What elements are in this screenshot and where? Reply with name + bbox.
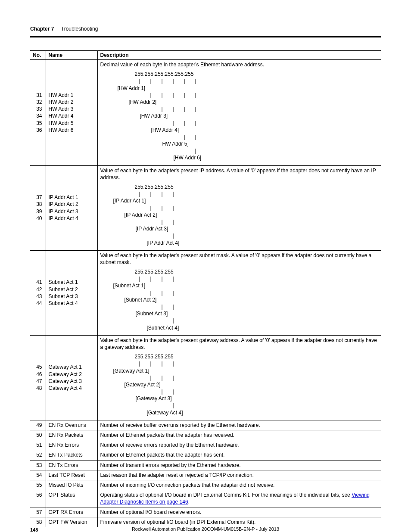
- parameter-table: No. Name Description 313233343536HW Addr…: [30, 50, 381, 527]
- cell-name: IP Addr Act 1IP Addr Act 2IP Addr Act 3I…: [46, 165, 97, 250]
- table-row: 55Missed IO PktsNumber of incoming I/O c…: [30, 480, 381, 490]
- cell-desc: Number of receive buffer overruns report…: [97, 420, 381, 430]
- cell-desc: Value of each byte in the adapter's pres…: [97, 165, 381, 250]
- publication-text: Rockwell Automation Publication 20COMM-U…: [30, 526, 381, 532]
- cell-no: 37383940: [30, 165, 46, 250]
- cell-name: EN Rx Errors: [46, 440, 97, 450]
- cell-no: 56: [30, 490, 46, 507]
- table-row: 41424344Subnet Act 1Subnet Act 2Subnet A…: [30, 250, 381, 335]
- cell-desc: Value of each byte in the adapter's pres…: [97, 335, 381, 420]
- table-row: 50EN Rx PacketsNumber of Ethernet packet…: [30, 430, 381, 440]
- chapter-label: Chapter 7: [30, 26, 54, 32]
- header-rule: [30, 36, 381, 37]
- table-row: 37383940IP Addr Act 1IP Addr Act 2IP Add…: [30, 165, 381, 250]
- cell-name: Gateway Act 1Gateway Act 2Gateway Act 3G…: [46, 335, 97, 420]
- cell-no: 53: [30, 460, 46, 470]
- cell-no: 45464748: [30, 335, 46, 420]
- cell-desc: Decimal value of each byte in the adapte…: [97, 60, 381, 166]
- cell-no: 54: [30, 470, 46, 480]
- desc-text-post: .: [188, 499, 190, 505]
- table-row: 58OPT FW VersionFirmware version of opti…: [30, 517, 381, 527]
- chapter-header: Chapter 7 Troubleshooting: [30, 26, 381, 32]
- table-row: 57OPT RX ErrorsNumber of optional I/O bo…: [30, 507, 381, 517]
- cell-no: 52: [30, 450, 46, 460]
- cell-no: 57: [30, 507, 46, 517]
- cell-no: 58: [30, 517, 46, 527]
- cell-desc: Number of incoming I/O connection packet…: [97, 480, 381, 490]
- table-row: 54Last TCP ResetLast reason that the ada…: [30, 470, 381, 480]
- table-row: 313233343536HW Addr 1HW Addr 2HW Addr 3H…: [30, 60, 381, 166]
- cell-no: 50: [30, 430, 46, 440]
- cell-desc: Operating status of optional I/O board i…: [97, 490, 381, 507]
- cell-desc: Value of each byte in the adapter's pres…: [97, 250, 381, 335]
- cell-no: 49: [30, 420, 46, 430]
- cell-name: OPT Status: [46, 490, 97, 507]
- table-row: 56OPT StatusOperating status of optional…: [30, 490, 381, 507]
- cell-no: 55: [30, 480, 46, 490]
- table-row: 53EN Tx ErrorsNumber of transmit errors …: [30, 460, 381, 470]
- cell-desc: Number of Ethernet packets that the adap…: [97, 450, 381, 460]
- cell-name: Missed IO Pkts: [46, 480, 97, 490]
- cell-name: EN Rx Overruns: [46, 420, 97, 430]
- cell-desc: Number of optional I/O board receive err…: [97, 507, 381, 517]
- page-number: 148: [30, 527, 38, 532]
- cell-name: OPT RX Errors: [46, 507, 97, 517]
- table-row: 51EN Rx ErrorsNumber of receive errors r…: [30, 440, 381, 450]
- header-name: Name: [46, 51, 97, 60]
- cell-name: HW Addr 1HW Addr 2HW Addr 3HW Addr 4HW A…: [46, 60, 97, 166]
- table-row: 45464748Gateway Act 1Gateway Act 2Gatewa…: [30, 335, 381, 420]
- cell-name: Last TCP Reset: [46, 470, 97, 480]
- cell-desc: Number of receive errors reported by the…: [97, 440, 381, 450]
- cell-name: EN Rx Packets: [46, 430, 97, 440]
- cell-no: 313233343536: [30, 60, 46, 166]
- cell-no: 51: [30, 440, 46, 450]
- header-no: No.: [30, 51, 46, 60]
- header-desc: Description: [97, 51, 381, 60]
- table-row: 52EN Tx PacketsNumber of Ethernet packet…: [30, 450, 381, 460]
- cell-desc: Firmware version of optional I/O board (…: [97, 517, 381, 527]
- table-header-row: No. Name Description: [30, 51, 381, 60]
- page-footer: 148 Rockwell Automation Publication 20CO…: [30, 527, 381, 532]
- chapter-title: Troubleshooting: [61, 26, 98, 32]
- cell-desc: Number of transmit errors reported by th…: [97, 460, 381, 470]
- cell-desc: Last reason that the adapter reset or re…: [97, 470, 381, 480]
- cell-name: EN Tx Errors: [46, 460, 97, 470]
- cell-name: EN Tx Packets: [46, 450, 97, 460]
- cell-no: 41424344: [30, 250, 46, 335]
- table-row: 49EN Rx OverrunsNumber of receive buffer…: [30, 420, 381, 430]
- desc-text: Operating status of optional I/O board i…: [100, 492, 352, 498]
- cell-name: Subnet Act 1Subnet Act 2Subnet Act 3Subn…: [46, 250, 97, 335]
- cell-desc: Number of Ethernet packets that the adap…: [97, 430, 381, 440]
- cell-name: OPT FW Version: [46, 517, 97, 527]
